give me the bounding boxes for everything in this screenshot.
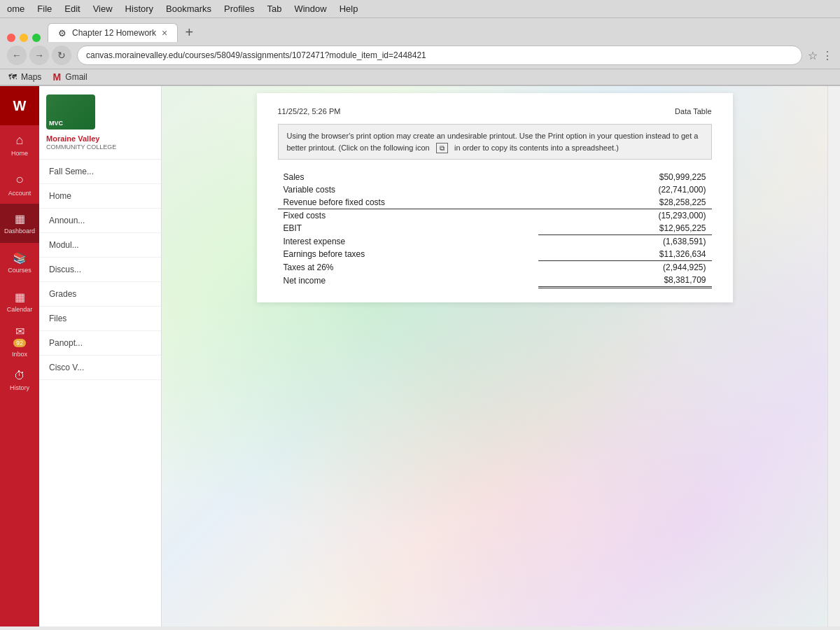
- address-bar: ← → ↻ ☆ ⋮: [0, 42, 840, 69]
- bookmark-maps-label: Maps: [21, 72, 41, 82]
- row-label: Fixed costs: [278, 209, 538, 223]
- sidebar-item-home[interactable]: ⌂ Home: [0, 125, 39, 164]
- inbox-badge: 92: [13, 339, 26, 347]
- row-label: Sales: [278, 171, 538, 183]
- forward-button[interactable]: →: [29, 46, 49, 65]
- bookmark-gmail[interactable]: M Gmail: [51, 71, 87, 83]
- sidebar-courses-label: Courses: [8, 267, 31, 274]
- row-label: Variable costs: [278, 183, 538, 196]
- calendar-icon: ▦: [15, 290, 25, 304]
- menu-item-profiles[interactable]: Profiles: [224, 4, 254, 14]
- course-nav-announcements[interactable]: Announ...: [39, 209, 161, 233]
- account-icon: ○: [15, 172, 24, 188]
- dashboard-icon: ▦: [15, 212, 25, 225]
- sidebar-item-history[interactable]: ⏱ History: [0, 360, 39, 400]
- sidebar-item-account[interactable]: ○ Account: [0, 164, 39, 204]
- menu-item-view[interactable]: View: [93, 4, 113, 14]
- course-nav-files[interactable]: Files: [39, 307, 161, 331]
- sidebar-calendar-label: Calendar: [7, 306, 33, 313]
- page-content: 11/25/22, 5:26 PM Data Table Using the b…: [162, 86, 827, 626]
- course-header: MVC Moraine Valley COMMUNITY COLLEGE: [39, 86, 161, 160]
- content-area: 11/25/22, 5:26 PM Data Table Using the b…: [162, 86, 827, 626]
- canvas-sidebar: W ⌂ Home ○ Account ▦ Dashboard 📚 Courses…: [0, 86, 39, 626]
- tab-close-button[interactable]: ×: [162, 27, 167, 38]
- course-nav-home[interactable]: Home: [39, 184, 161, 209]
- browser-chrome: ⚙ Chapter 12 Homework × + ← → ↻ ☆ ⋮ 🗺 Ma…: [0, 18, 840, 86]
- menu-item-bookmarks[interactable]: Bookmarks: [166, 4, 211, 14]
- sidebar-item-calendar[interactable]: ▦ Calendar: [0, 282, 39, 321]
- row-value: (1,638,591): [538, 235, 712, 248]
- copy-icon[interactable]: ⧉: [436, 143, 448, 153]
- menu-item-ome[interactable]: ome: [7, 4, 24, 14]
- right-sidebar-partial: [827, 86, 840, 626]
- maximize-window-button[interactable]: [32, 34, 41, 42]
- course-nav-discussions[interactable]: Discus...: [39, 258, 161, 282]
- new-tab-button[interactable]: +: [179, 22, 199, 42]
- course-nav-modules[interactable]: Modul...: [39, 233, 161, 258]
- print-notice: Using the browser's print option may cre…: [278, 124, 712, 160]
- row-value: (15,293,000): [538, 209, 712, 223]
- row-label: Taxes at 26%: [278, 261, 538, 274]
- row-label: Interest expense: [278, 235, 538, 248]
- main-area: W ⌂ Home ○ Account ▦ Dashboard 📚 Courses…: [0, 86, 840, 626]
- sidebar-home-label: Home: [11, 150, 28, 157]
- table-row: Sales $50,999,225: [278, 171, 712, 183]
- course-nav-grades[interactable]: Grades: [39, 282, 161, 307]
- inbox-icon: ✉: [15, 325, 24, 338]
- row-value: $12,965,225: [538, 222, 712, 235]
- course-nav-cisco[interactable]: Cisco V...: [39, 356, 161, 380]
- back-button[interactable]: ←: [7, 46, 27, 65]
- row-value: $8,381,709: [538, 274, 712, 288]
- minimize-window-button[interactable]: [20, 34, 28, 42]
- row-value: (2,944,925): [538, 261, 712, 274]
- menu-bar: ome File Edit View History Bookmarks Pro…: [0, 0, 840, 18]
- url-bar[interactable]: [77, 46, 802, 65]
- row-label: Earnings before taxes: [278, 248, 538, 261]
- gmail-icon: M: [51, 71, 62, 83]
- extensions-icon[interactable]: ⋮: [822, 49, 833, 62]
- row-value: $28,258,225: [538, 196, 712, 209]
- table-row-ebit: EBIT $12,965,225: [278, 222, 712, 235]
- course-nav-semester: Fall Seme...: [39, 160, 161, 184]
- close-window-button[interactable]: [7, 34, 15, 42]
- course-nav-panopto[interactable]: Panopt...: [39, 331, 161, 356]
- table-row-subtotal: Revenue before fixed costs $28,258,225: [278, 196, 712, 209]
- doc-timestamp: 11/25/22, 5:26 PM: [278, 107, 341, 115]
- row-label: Revenue before fixed costs: [278, 196, 538, 209]
- document-area: 11/25/22, 5:26 PM Data Table Using the b…: [257, 93, 733, 302]
- college-name: Moraine Valley: [46, 134, 154, 144]
- doc-title: Data Table: [675, 107, 711, 115]
- row-value: $11,326,634: [538, 248, 712, 261]
- row-label: EBIT: [278, 222, 538, 235]
- home-icon: ⌂: [16, 133, 24, 148]
- reload-button[interactable]: ↻: [52, 46, 71, 65]
- doc-header: 11/25/22, 5:26 PM Data Table: [278, 107, 712, 115]
- maps-icon: 🗺: [7, 71, 18, 83]
- college-subtitle: COMMUNITY COLLEGE: [46, 144, 154, 150]
- sidebar-item-courses[interactable]: 📚 Courses: [0, 243, 39, 282]
- row-label: Net income: [278, 274, 538, 288]
- table-row: Fixed costs (15,293,000): [278, 209, 712, 223]
- courses-icon: 📚: [13, 251, 27, 265]
- active-tab[interactable]: ⚙ Chapter 12 Homework ×: [48, 23, 178, 42]
- table-row: Interest expense (1,638,591): [278, 235, 712, 248]
- menu-item-history[interactable]: History: [125, 4, 153, 14]
- sidebar-item-inbox[interactable]: ✉ 92 Inbox: [0, 321, 39, 360]
- row-value: $50,999,225: [538, 171, 712, 183]
- table-row-ebt: Earnings before taxes $11,326,634: [278, 248, 712, 261]
- sidebar-dashboard-label: Dashboard: [4, 227, 35, 234]
- bookmark-star-icon[interactable]: ☆: [808, 49, 818, 62]
- sidebar-item-dashboard[interactable]: ▦ Dashboard: [0, 204, 39, 243]
- course-nav: MVC Moraine Valley COMMUNITY COLLEGE Fal…: [39, 86, 162, 626]
- menu-item-tab[interactable]: Tab: [267, 4, 281, 14]
- row-value: (22,741,000): [538, 183, 712, 196]
- table-row: Taxes at 26% (2,944,925): [278, 261, 712, 274]
- canvas-logo[interactable]: W: [0, 86, 39, 125]
- print-notice-text: Using the browser's print option may cre…: [287, 132, 699, 152]
- menu-item-file[interactable]: File: [37, 4, 52, 14]
- menu-item-window[interactable]: Window: [294, 4, 326, 14]
- data-table: Sales $50,999,225 Variable costs (22,741…: [278, 171, 712, 288]
- menu-item-edit[interactable]: Edit: [64, 4, 80, 14]
- bookmark-maps[interactable]: 🗺 Maps: [7, 71, 41, 83]
- menu-item-help[interactable]: Help: [340, 4, 358, 14]
